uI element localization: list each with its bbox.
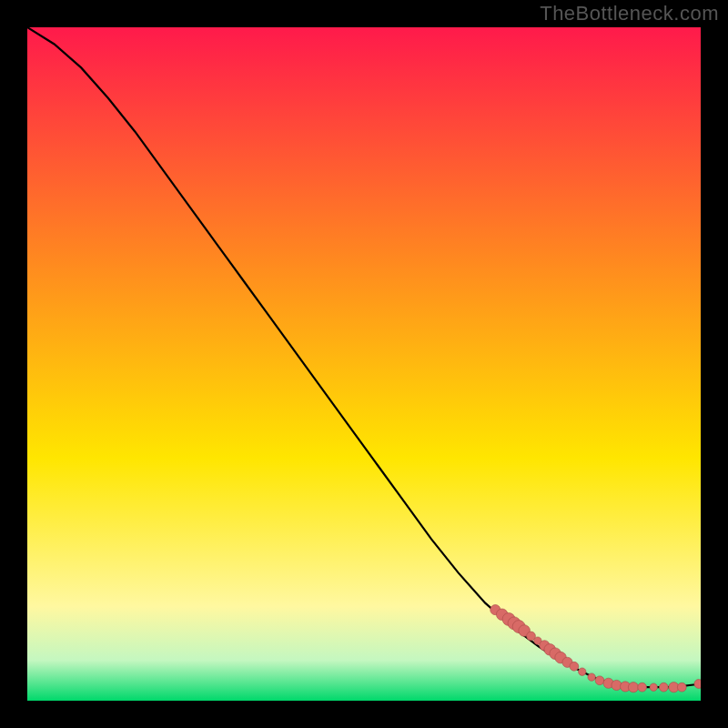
data-marker (588, 673, 595, 681)
data-marker (694, 680, 701, 689)
data-marker (579, 668, 586, 675)
data-marker (638, 682, 647, 692)
chart-frame: TheBottleneck.com (0, 0, 728, 728)
data-marker (595, 676, 604, 685)
plot-area (27, 27, 701, 701)
data-marker (659, 682, 668, 692)
data-marker (628, 682, 638, 693)
chart-svg (27, 27, 701, 701)
data-marker (570, 662, 579, 671)
watermark-text: TheBottleneck.com (540, 2, 719, 25)
data-marker (650, 683, 657, 691)
gradient-background (27, 27, 701, 701)
data-marker (677, 682, 686, 692)
